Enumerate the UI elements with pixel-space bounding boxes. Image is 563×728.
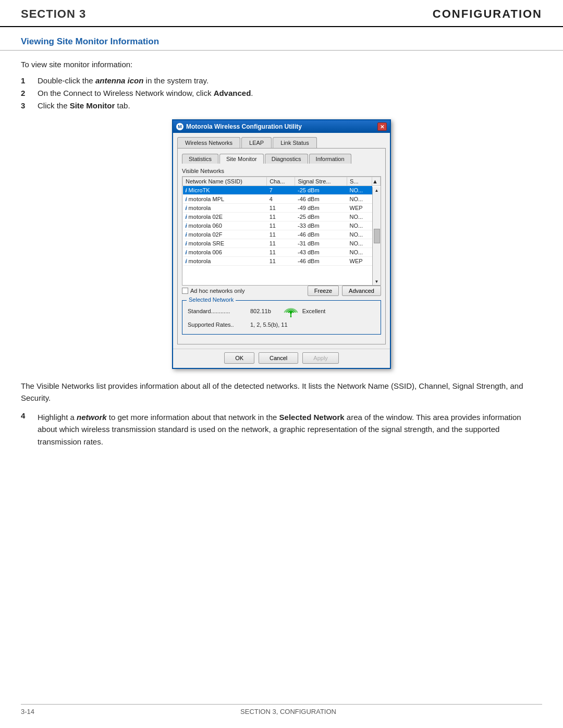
btn-row: Freeze Advanced xyxy=(308,286,381,296)
cell-channel: 11 xyxy=(267,204,295,213)
cell-signal: -46 dBm xyxy=(295,195,347,204)
table-row[interactable]: i motorola 11 -46 dBm WEP xyxy=(183,257,381,266)
tabs-row-2: Statistics Site Monitor Diagnostics Info… xyxy=(182,153,381,164)
network-table-container: Network Name (SSID) Cha... Signal Stre..… xyxy=(182,176,381,286)
dialog-container: M Motorola Wireless Configuration Utilit… xyxy=(21,119,542,369)
cell-channel: 11 xyxy=(267,257,295,266)
advanced-ref: Advanced xyxy=(214,89,251,97)
col-name: Network Name (SSID) xyxy=(183,177,267,186)
dialog-titlebar: M Motorola Wireless Configuration Utilit… xyxy=(173,120,390,133)
step-4-num: 4 xyxy=(21,411,38,420)
adhoc-checkbox-label[interactable]: Ad hoc networks only xyxy=(182,288,245,294)
col-security: S... xyxy=(347,177,372,186)
antenna-icon-ref: antenna icon xyxy=(95,76,144,85)
step-4: 4 Highlight a network to get more inform… xyxy=(21,411,542,448)
tabs-row-1: Wireless Networks LEAP Link Status xyxy=(177,137,386,148)
tab-link-status[interactable]: Link Status xyxy=(273,137,316,148)
page-number: 3-14 xyxy=(21,708,34,715)
cell-security: NO... xyxy=(347,195,372,204)
adhoc-checkbox[interactable] xyxy=(182,288,188,294)
standard-val: 802.11b xyxy=(250,308,271,314)
apply-button[interactable]: Apply xyxy=(302,352,339,364)
close-button[interactable]: ✕ xyxy=(377,122,387,131)
standard-row: Standard............ 802.11b xyxy=(188,304,375,318)
dialog-body: Wireless Networks LEAP Link Status Stati… xyxy=(173,133,390,349)
tab-leap[interactable]: LEAP xyxy=(241,137,272,148)
titlebar-left: M Motorola Wireless Configuration Utilit… xyxy=(176,123,302,130)
bottom-controls: Ad hoc networks only Freeze Advanced xyxy=(182,286,381,296)
table-row[interactable]: i motorola 11 -49 dBm WEP xyxy=(183,204,381,213)
page-footer: 3-14 SECTION 3, CONFIGURATION xyxy=(21,704,542,715)
cell-signal: -33 dBm xyxy=(295,221,347,230)
tab-information[interactable]: Information xyxy=(309,154,351,164)
config-label: CONFIGURATION xyxy=(433,7,542,21)
table-row[interactable]: i motorola 02F 11 -46 dBm NO... xyxy=(183,230,381,239)
network-icon: i xyxy=(186,214,187,220)
cell-channel: 11 xyxy=(267,221,295,230)
table-row[interactable]: i motorola 02E 11 -25 dBm NO... xyxy=(183,213,381,221)
tab-panel: Statistics Site Monitor Diagnostics Info… xyxy=(177,148,386,344)
cell-name: i motorola xyxy=(183,257,267,266)
tab-statistics[interactable]: Statistics xyxy=(182,154,218,164)
step-2-num: 2 xyxy=(21,89,38,97)
dialog-footer: OK Cancel Apply xyxy=(173,349,390,368)
cell-security: NO... xyxy=(347,221,372,230)
scroll-thumb[interactable] xyxy=(374,229,380,243)
signal-strength-icon xyxy=(282,304,300,318)
svg-marker-2 xyxy=(290,316,292,318)
col-scroll: ▲ xyxy=(372,177,381,186)
network-icon: i xyxy=(186,205,187,211)
selected-network-group: Selected Network Standard............ 80… xyxy=(182,300,381,335)
site-monitor-ref: Site Monitor xyxy=(70,101,115,110)
cell-signal: -31 dBm xyxy=(295,239,347,248)
post-dialog-text: The Visible Networks list provides infor… xyxy=(21,380,542,404)
cell-security: NO... xyxy=(347,186,372,195)
network-icon: i xyxy=(186,223,187,229)
step-2-text: On the Connect to Wireless Network windo… xyxy=(38,89,253,97)
scroll-down-icon[interactable]: ▼ xyxy=(374,278,380,285)
network-ref: network xyxy=(77,413,107,422)
step-3-num: 3 xyxy=(21,101,38,110)
cell-channel: 11 xyxy=(267,248,295,257)
table-row[interactable]: i motorola 060 11 -33 dBm NO... xyxy=(183,221,381,230)
col-channel: Cha... xyxy=(267,177,295,186)
ok-button[interactable]: OK xyxy=(224,352,254,364)
selected-network-label: Selected Network xyxy=(187,297,236,303)
steps-list: 1 Double-click the antenna icon in the s… xyxy=(21,76,542,110)
cell-security: WEP xyxy=(347,257,372,266)
scrollbar[interactable]: ▲ ▼ xyxy=(372,187,381,285)
step-3-text: Click the Site Monitor tab. xyxy=(38,101,130,110)
cell-signal: -49 dBm xyxy=(295,204,347,213)
adhoc-label: Ad hoc networks only xyxy=(190,288,245,294)
cell-name: i motorola MPL xyxy=(183,195,267,204)
cell-name: i motorola xyxy=(183,204,267,213)
cell-security: NO... xyxy=(347,230,372,239)
cell-signal: -46 dBm xyxy=(295,257,347,266)
table-row[interactable]: i motorola 006 11 -43 dBm NO... xyxy=(183,248,381,257)
step-2: 2 On the Connect to Wireless Network win… xyxy=(21,89,542,97)
cell-security: NO... xyxy=(347,213,372,221)
cell-channel: 7 xyxy=(267,186,295,195)
motorola-dialog: M Motorola Wireless Configuration Utilit… xyxy=(172,119,391,369)
tab-diagnostics[interactable]: Diagnostics xyxy=(265,154,308,164)
cancel-button[interactable]: Cancel xyxy=(259,352,298,364)
main-content: To view site monitor information: 1 Doub… xyxy=(0,60,563,448)
standard-key: Standard............ xyxy=(188,308,250,314)
visible-networks-label: Visible Networks xyxy=(182,168,381,174)
step-4-text: Highlight a network to get more informat… xyxy=(38,411,542,448)
table-row[interactable]: i motorola SRE 11 -31 dBm NO... xyxy=(183,239,381,248)
cell-name: i motorola 02F xyxy=(183,230,267,239)
cell-name: i motorola 02E xyxy=(183,213,267,221)
step-1-text: Double-click the antenna icon in the sys… xyxy=(38,76,209,85)
cell-channel: 4 xyxy=(267,195,295,204)
network-icon: i xyxy=(186,258,187,264)
cell-channel: 11 xyxy=(267,213,295,221)
table-row[interactable]: i MicroTK 7 -25 dBm NO... xyxy=(183,186,381,195)
tab-wireless-networks[interactable]: Wireless Networks xyxy=(177,137,240,148)
scroll-up-icon[interactable]: ▲ xyxy=(374,187,380,194)
table-row[interactable]: i motorola MPL 4 -46 dBm NO... xyxy=(183,195,381,204)
freeze-button[interactable]: Freeze xyxy=(308,286,339,296)
advanced-button[interactable]: Advanced xyxy=(342,286,381,296)
network-icon: i xyxy=(186,249,187,255)
tab-site-monitor[interactable]: Site Monitor xyxy=(219,154,264,164)
